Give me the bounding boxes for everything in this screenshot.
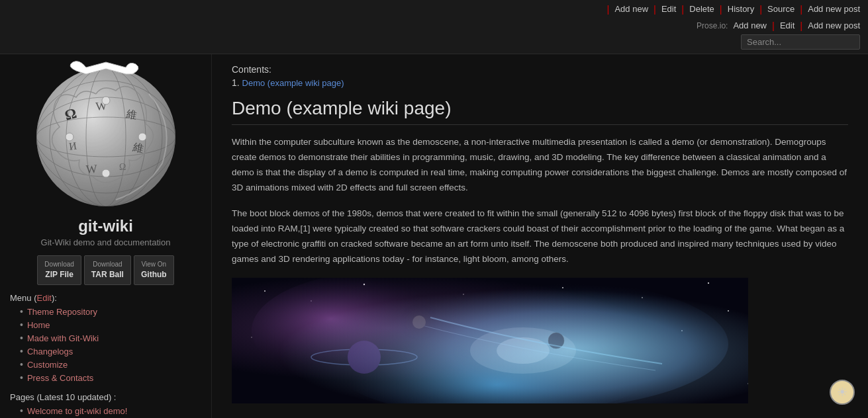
customize-link[interactable]: Customize	[27, 360, 68, 370]
prose-edit-link[interactable]: Edit	[780, 21, 795, 30]
svg-point-24	[562, 287, 563, 288]
demo-image	[232, 278, 748, 403]
paragraph-2: The boot block demos of the 1980s, demos…	[232, 206, 848, 267]
separator-3: |	[681, 3, 684, 15]
list-item: Made with Git-Wiki	[20, 333, 201, 343]
theme-toggle-icon: ☀	[837, 385, 847, 399]
contents-item: 1. Demo (example wiki page)	[232, 77, 848, 88]
separator-8: |	[800, 20, 802, 31]
menu-list: Theme Repository Home Made with Git-Wiki…	[10, 306, 201, 383]
page-title: Demo (example wiki page)	[232, 98, 848, 125]
view-on-github-button[interactable]: View On Github	[134, 255, 174, 285]
svg-rect-19	[232, 278, 748, 403]
download-tar-main-label: TAR Ball	[91, 269, 124, 280]
history-link[interactable]: History	[728, 4, 754, 14]
prose-add-new-link[interactable]: Add new	[733, 21, 767, 30]
svg-text:Ω: Ω	[119, 162, 126, 172]
svg-point-21	[311, 300, 312, 302]
svg-point-23	[463, 294, 463, 294]
separator-7: |	[772, 20, 775, 31]
page-body: Within the computer subculture known as …	[232, 135, 848, 267]
svg-point-28	[681, 330, 683, 331]
svg-point-22	[363, 283, 365, 284]
separator-4: |	[720, 3, 722, 15]
list-item: Home	[20, 319, 201, 330]
view-on-github-top-label: View On	[141, 260, 167, 269]
content-area: Contents: 1. Demo (example wiki page) De…	[212, 54, 868, 418]
contents-item-number: 1.	[232, 77, 240, 88]
svg-point-25	[642, 297, 643, 298]
view-on-github-main-label: Github	[141, 269, 167, 280]
svg-point-31	[331, 278, 728, 403]
svg-point-33	[331, 311, 662, 403]
svg-point-27	[251, 337, 252, 338]
edit-link[interactable]: Edit	[661, 4, 676, 14]
list-item: Theme Repository	[20, 306, 201, 317]
made-with-gitwiki-link[interactable]: Made with Git-Wiki	[27, 333, 99, 343]
top-row-2: Prose.io: Add new | Edit | Add new post	[0, 18, 868, 34]
home-link[interactable]: Home	[27, 320, 50, 330]
svg-point-20	[264, 290, 265, 292]
add-new-post-link[interactable]: Add new post	[808, 4, 860, 14]
separator-5: |	[759, 3, 762, 15]
demo-visualization	[232, 278, 748, 403]
separator-1: |	[607, 3, 610, 15]
svg-point-18	[102, 169, 110, 177]
contents-heading: Contents:	[232, 64, 848, 75]
download-tarball-button[interactable]: Download TAR Ball	[84, 255, 131, 285]
sidebar-logo: Ω W 維 И 維 W Ω git-wiki Git-Wiki demo and…	[10, 61, 201, 247]
svg-point-34	[470, 327, 576, 374]
svg-point-30	[747, 383, 748, 384]
pages-heading: Pages (Latest 10 updated) :	[10, 392, 201, 402]
svg-point-26	[708, 282, 709, 283]
top-row-3	[0, 34, 868, 54]
separator-2: |	[653, 3, 656, 15]
contents-box: Contents: 1. Demo (example wiki page)	[232, 64, 848, 88]
top-navigation: | Add new | Edit | Delete | History | So…	[0, 0, 868, 54]
download-buttons: Download ZIP File Download TAR Ball View…	[10, 255, 201, 285]
list-item: Customize	[20, 359, 201, 370]
prose-add-new-post-link[interactable]: Add new post	[808, 21, 860, 30]
download-zip-main-label: ZIP File	[44, 269, 73, 280]
separator-6: |	[800, 3, 802, 15]
site-subtitle: Git-Wiki demo and documentation	[41, 237, 171, 247]
add-new-link[interactable]: Add new	[614, 4, 648, 14]
download-zip-top-label: Download	[44, 260, 73, 269]
list-item: Press & Contacts	[20, 372, 201, 383]
svg-point-36	[548, 333, 564, 349]
download-zip-button[interactable]: Download ZIP File	[37, 255, 81, 285]
svg-text:維: 維	[124, 108, 138, 121]
svg-text:W: W	[85, 162, 97, 176]
svg-point-29	[728, 310, 729, 312]
changelogs-link[interactable]: Changelogs	[27, 347, 73, 356]
top-row-1: | Add new | Edit | Delete | History | So…	[0, 0, 868, 18]
welcome-page-link[interactable]: Welcome to git-wiki demo!	[27, 406, 127, 416]
site-title: git-wiki	[78, 217, 133, 235]
main-layout: Ω W 維 И 維 W Ω git-wiki Git-Wiki demo and…	[0, 54, 868, 418]
svg-point-16	[66, 133, 73, 141]
svg-point-17	[138, 133, 146, 141]
search-input[interactable]	[741, 34, 860, 50]
download-tar-top-label: Download	[91, 260, 124, 269]
paragraph-1: Within the computer subculture known as …	[232, 135, 848, 196]
menu-section: Menu (Edit): Theme Repository Home Made …	[10, 293, 201, 383]
list-item: Changelogs	[20, 346, 201, 356]
list-item: Welcome to git-wiki demo!	[20, 405, 201, 416]
svg-text:維: 維	[131, 141, 144, 154]
svg-point-38	[348, 341, 381, 374]
source-link[interactable]: Source	[767, 4, 795, 14]
svg-point-32	[252, 278, 516, 390]
wiki-globe-icon: Ω W 維 И 維 W Ω	[30, 61, 182, 213]
press-contacts-link[interactable]: Press & Contacts	[27, 373, 93, 383]
delete-link[interactable]: Delete	[689, 4, 714, 14]
svg-point-15	[102, 97, 110, 104]
theme-repository-link[interactable]: Theme Repository	[27, 307, 97, 317]
pages-section: Pages (Latest 10 updated) : Welcome to g…	[10, 392, 201, 418]
svg-point-35	[497, 337, 550, 364]
sidebar: Ω W 維 И 維 W Ω git-wiki Git-Wiki demo and…	[0, 54, 212, 418]
theme-toggle-button[interactable]: ☀	[830, 380, 855, 405]
contents-item-link[interactable]: Demo (example wiki page)	[242, 78, 344, 88]
menu-edit-link[interactable]: Edit	[36, 293, 51, 303]
pages-list: Welcome to git-wiki demo! Theme: Github	[10, 405, 201, 418]
menu-heading: Menu (Edit):	[10, 293, 201, 303]
